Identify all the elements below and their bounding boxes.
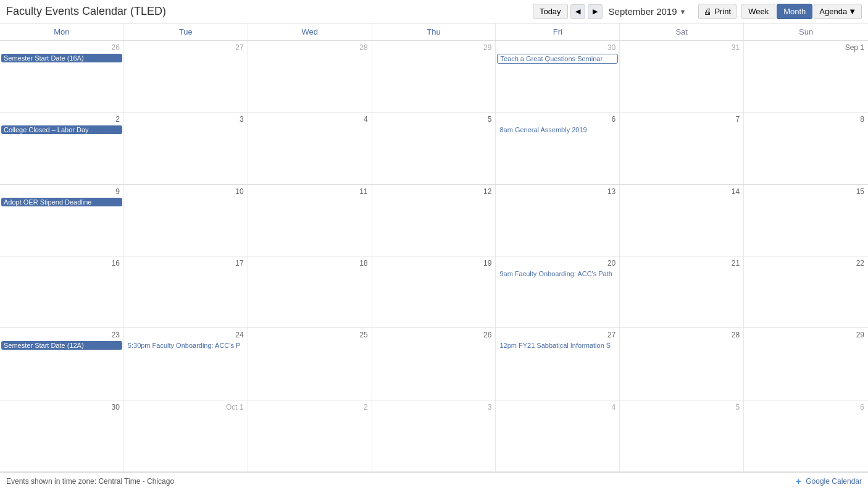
cal-cell: 8 [744,112,868,184]
cell-date: 21 [621,258,742,269]
cal-cell: 18 [248,256,372,327]
cell-date: 6 [497,114,618,125]
calendar-event[interactable]: 9am Faculty Onboarding: ACC's Path [497,269,618,278]
cell-date: Oct 1 [125,402,246,413]
cal-cell: 29 [744,328,868,399]
cal-cell: 6 [744,400,868,471]
cal-cell: 14 [620,185,744,256]
printer-icon: 🖨 [704,7,712,16]
cal-cell: 2712pm FY21 Sabbatical Information S [496,328,620,399]
cell-date: 26 [1,42,122,53]
cell-date: 31 [621,42,742,53]
calendar-event[interactable]: Teach a Great Questions Seminar [497,54,618,64]
day-header-tue: Tue [124,23,248,40]
cell-date: 24 [125,329,246,340]
agenda-button[interactable]: Agenda ▼ [814,4,862,19]
cell-date: 9 [1,186,122,197]
cell-date: 11 [249,186,370,197]
cal-cell: 9Adopt OER Stipend Deadline [0,185,124,256]
month-text: September 2019 [609,6,677,17]
cal-cell: 4 [496,400,620,471]
cal-cell: 5 [620,400,744,471]
calendar-event[interactable]: 8am General Assembly 2019 [497,125,618,134]
nav-controls: Today ◀ ▶ September 2019 ▼ [533,4,686,19]
print-button[interactable]: 🖨 Print [698,4,737,19]
view-controls: 🖨 Print Week Month Agenda ▼ [698,4,862,19]
day-header-mon: Mon [0,23,124,40]
cal-cell: 245:30pm Faculty Onboarding: ACC's P [124,328,248,399]
cell-date: 8 [745,114,867,125]
week-row-4: 23Semester Start Date (12A)245:30pm Facu… [0,328,868,400]
cal-cell: 28 [620,328,744,399]
month-button[interactable]: Month [777,4,812,19]
calendar-event[interactable]: Semester Start Date (12A) [1,341,122,350]
cell-date: 4 [249,114,370,125]
timezone-label: Events shown in time zone: Central Time … [6,477,174,486]
google-calendar-link[interactable]: + Google Calendar [793,476,862,486]
calendar-footer: Events shown in time zone: Central Time … [0,472,868,490]
cal-cell: Oct 1 [124,400,248,471]
week-button[interactable]: Week [741,4,775,19]
month-label: September 2019 ▼ [609,6,686,17]
cal-cell: 15 [744,185,868,256]
cell-date: 12 [373,186,495,197]
day-headers: MonTueWedThuFriSatSun [0,23,868,41]
cal-cell: 21 [620,256,744,327]
cal-cell: 31 [620,41,744,112]
google-icon: + [793,476,803,486]
cell-date: 17 [125,258,246,269]
cal-cell: 4 [248,112,372,184]
calendar-event[interactable]: Adopt OER Stipend Deadline [1,198,122,206]
cal-cell: 68am General Assembly 2019 [496,112,620,184]
cell-date: 27 [125,42,246,53]
cell-date: Sep 1 [745,42,867,53]
cal-cell: 3 [372,400,496,471]
cell-date: 19 [373,258,495,269]
day-header-fri: Fri [496,23,620,40]
calendar-event[interactable]: College Closed – Labor Day [1,125,122,134]
today-button[interactable]: Today [533,4,568,19]
cal-cell: 25 [248,328,372,399]
cal-cell: 22 [744,256,868,327]
cal-cell: 7 [620,112,744,184]
cell-date: 14 [621,186,742,197]
cal-cell: Sep 1 [744,41,868,112]
calendar-event[interactable]: 12pm FY21 Sabbatical Information S [497,341,618,350]
cell-date: 30 [497,42,618,53]
cal-cell: 11 [248,185,372,256]
cell-date: 20 [497,258,618,269]
cal-cell: 3 [124,112,248,184]
day-header-sun: Sun [744,23,868,40]
week-row-0: 26Semester Start Date (16A)27282930Teach… [0,41,868,112]
cell-date: 5 [621,402,742,413]
cell-date: 6 [745,402,867,413]
day-header-thu: Thu [372,23,496,40]
cell-date: 30 [1,402,122,413]
cal-cell: 10 [124,185,248,256]
cal-cell: 2 [248,400,372,471]
cell-date: 16 [1,258,122,269]
cell-date: 29 [745,329,867,340]
next-button[interactable]: ▶ [588,4,603,19]
cell-date: 4 [497,402,618,413]
cal-cell: 29 [372,41,496,112]
cell-date: 22 [745,258,867,269]
google-cal-label: Google Calendar [806,477,862,486]
month-dropdown-icon[interactable]: ▼ [680,8,686,15]
cell-date: 26 [373,329,495,340]
prev-button[interactable]: ◀ [570,4,585,19]
cell-date: 25 [249,329,370,340]
cell-date: 27 [497,329,618,340]
cal-cell: 209am Faculty Onboarding: ACC's Path [496,256,620,327]
calendar-header: Faculty Events Calendar (TLED) Today ◀ ▶… [0,0,868,23]
cell-date: 15 [745,186,867,197]
cal-cell: 12 [372,185,496,256]
cell-date: 2 [1,114,122,125]
calendar-event[interactable]: 5:30pm Faculty Onboarding: ACC's P [125,341,246,350]
cell-date: 23 [1,329,122,340]
cell-date: 13 [497,186,618,197]
weeks-grid: 26Semester Start Date (16A)27282930Teach… [0,41,868,472]
cal-cell: 26Semester Start Date (16A) [0,41,124,112]
cell-date: 28 [249,42,370,53]
calendar-event[interactable]: Semester Start Date (16A) [1,54,122,62]
